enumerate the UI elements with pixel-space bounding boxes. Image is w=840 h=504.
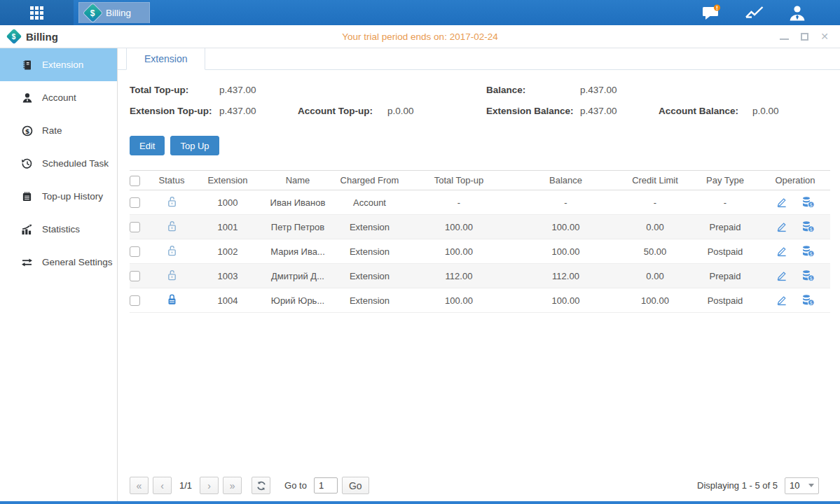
tab-extension[interactable]: Extension [126,48,205,70]
column-header-credit-limit: Credit Limit [620,175,690,186]
taskbar-tab-label: Billing [106,8,131,18]
sidebar-item-general-settings[interactable]: General Settings [0,246,117,279]
memo-icon [21,190,33,202]
svg-text:$: $ [809,202,812,208]
app-launcher-button[interactable] [0,0,74,25]
topup-coins-icon[interactable]: $ [801,295,815,306]
account-topup-label: Account Top-up: [298,106,387,116]
taskbar-tab-billing[interactable]: $ Billing [78,2,150,23]
svg-text:$: $ [809,251,812,257]
total-topup-value: p.437.00 [219,85,298,95]
cell-balance: 100.00 [511,222,620,232]
table-header: StatusExtensionNameCharged FromTotal Top… [130,170,830,190]
close-button[interactable]: ✕ [820,31,829,41]
total-topup-label: Total Top-up: [130,85,219,95]
billing-app-icon: $ [83,4,102,22]
cell-balance: 100.00 [511,246,620,257]
lock-closed-icon[interactable] [167,293,177,306]
cell-extension: 1001 [193,222,263,232]
svg-text:!: ! [716,5,718,11]
window-bottom-edge [0,501,840,504]
edit-icon[interactable] [776,246,787,257]
billing-window: $ Billing ! [0,0,840,504]
desktop-topbar: $ Billing ! [0,0,840,25]
page-size-select[interactable]: 10 [785,477,819,494]
tab-strip: Extension [118,48,840,70]
resource-monitor-icon[interactable] [745,5,764,20]
row-checkbox[interactable] [130,246,140,257]
maximize-button[interactable] [801,33,808,41]
sidebar-item-extension[interactable]: Extension [0,48,117,81]
balance-label: Balance: [486,85,580,95]
extensions-table: StatusExtensionNameCharged FromTotal Top… [130,170,830,313]
topup-coins-icon[interactable]: $ [801,197,815,208]
extension-balance-label: Extension Balance: [486,106,580,116]
user-icon[interactable] [788,5,806,21]
account-balance-label: Account Balance: [659,106,752,116]
svg-text:$: $ [809,227,812,232]
sidebar-item-label: Scheduled Task [42,158,109,169]
lock-open-icon[interactable] [167,244,177,257]
window-title: Billing [26,31,58,43]
minimize-button[interactable] [780,34,789,40]
cell-charged-from: Extension [333,246,406,257]
select-all-checkbox[interactable] [130,176,140,186]
goto-page-input[interactable] [314,477,338,493]
go-button[interactable]: Go [342,477,369,494]
sidebar-item-scheduled-task[interactable]: Scheduled Task [0,147,117,180]
row-checkbox[interactable] [130,222,140,232]
cell-balance: 112.00 [511,271,620,281]
svg-text:$: $ [809,300,812,306]
cell-credit-limit: 0.00 [620,271,690,281]
pagination: « ‹ 1/1 › » Go to Go [130,477,369,494]
apps-grid-icon [30,6,43,20]
sidebar-item-rate[interactable]: $Rate [0,114,117,147]
cell-total-topup: 100.00 [406,222,511,232]
cell-extension: 1000 [193,197,263,208]
sidebar-item-statistics[interactable]: Statistics [0,213,117,246]
cell-credit-limit: 100.00 [620,295,690,306]
main-content: Extension Total Top-up: p.437.00 Balance… [118,48,840,501]
sidebar-item-label: Top-up History [42,191,103,202]
lock-open-icon[interactable] [167,269,177,281]
edit-icon[interactable] [776,295,787,306]
topup-coins-icon[interactable]: $ [801,270,815,281]
topup-coins-icon[interactable]: $ [801,221,815,232]
cell-name: Петр Петров [263,222,333,232]
cell-balance: 100.00 [511,295,620,306]
lock-open-icon[interactable] [167,195,177,208]
row-checkbox[interactable] [130,295,140,306]
topup-coins-icon[interactable]: $ [801,246,815,257]
top-up-button[interactable]: Top Up [170,136,219,155]
cell-name: Дмитрий Д... [263,271,333,281]
refresh-button[interactable] [252,477,270,494]
prev-page-button[interactable]: ‹ [153,477,172,494]
column-header-operation: Operation [760,175,830,186]
first-page-button[interactable]: « [130,477,149,494]
table-row: 1001Петр ПетровExtension100.00100.000.00… [130,215,830,239]
table-footer: « ‹ 1/1 › » Go to Go [118,477,840,501]
messages-icon[interactable]: ! [702,4,721,21]
lock-open-icon[interactable] [167,220,177,232]
next-page-button[interactable]: › [200,477,219,494]
balance-value: p.437.00 [580,85,659,95]
sidebar-item-account[interactable]: Account [0,81,117,114]
cell-credit-limit: 50.00 [620,246,690,257]
edit-button[interactable]: Edit [130,136,165,155]
table-row: 1004Юрий Юрь...Extension100.00100.00100.… [130,288,830,313]
statistics-icon [21,223,33,235]
chevron-down-icon [808,484,814,487]
row-checkbox[interactable] [130,271,140,281]
row-checkbox[interactable] [130,197,140,208]
extension-balance-value: p.437.00 [580,106,659,116]
cell-balance: - [511,197,620,208]
window-titlebar: $ Billing Your trial period ends on: 201… [0,25,840,48]
edit-icon[interactable] [776,270,787,281]
table-row: 1002Мария Ива...Extension100.00100.0050.… [130,239,830,264]
edit-icon[interactable] [776,197,787,208]
last-page-button[interactable]: » [223,477,242,494]
edit-icon[interactable] [776,221,787,232]
cell-total-topup: 100.00 [406,295,511,306]
sidebar-item-top-up-history[interactable]: Top-up History [0,180,117,213]
cell-name: Юрий Юрь... [263,295,333,306]
